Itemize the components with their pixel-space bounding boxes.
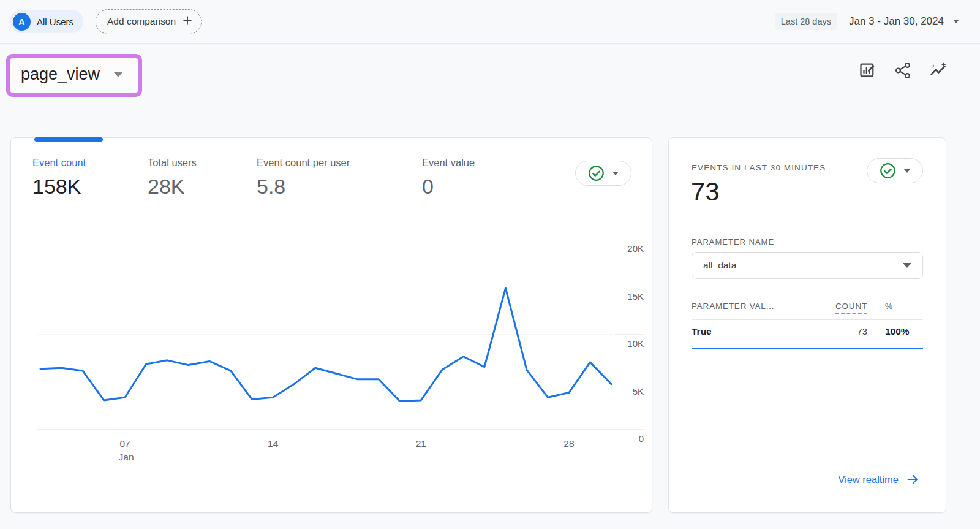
ga4-event-report-page: A All Users Add comparison Last 28 days … [0, 0, 980, 529]
audience-chip[interactable]: A All Users [10, 10, 83, 33]
view-realtime-link[interactable]: View realtime [834, 473, 923, 486]
table-divider [692, 319, 923, 320]
column-header-percent: % [885, 302, 893, 311]
view-realtime-label: View realtime [838, 474, 899, 485]
realtime-title: EVENTS IN LAST 30 MINUTES [692, 163, 826, 172]
add-comparison-button[interactable]: Add comparison [96, 9, 202, 34]
metric-event-value[interactable]: Event value 0 [422, 157, 475, 199]
date-range-label: Jan 3 - Jan 30, 2024 [849, 15, 944, 28]
event-metrics-card: Event count 158K Total users 28K Event c… [10, 137, 652, 513]
event-selector-value: page_view [21, 65, 100, 84]
chevron-down-icon [612, 172, 619, 175]
svg-text:07: 07 [119, 438, 130, 449]
report-toolbar-icons [858, 61, 948, 80]
share-icon[interactable] [893, 61, 913, 80]
svg-text:0: 0 [639, 433, 644, 444]
event-selector-dropdown[interactable]: page_view [10, 58, 138, 93]
insights-icon[interactable] [929, 61, 948, 80]
audience-chip-label: All Users [37, 17, 74, 27]
event-selector-highlight: page_view [6, 54, 142, 97]
chevron-down-icon [904, 169, 910, 173]
data-quality-button[interactable] [575, 161, 631, 186]
realtime-card: EVENTS IN LAST 30 MINUTES 73 PARAMETER N… [668, 137, 946, 513]
arrow-right-icon [906, 473, 919, 485]
metric-label: Event value [422, 157, 475, 169]
svg-text:10K: 10K [627, 338, 644, 349]
metric-value: 0 [422, 175, 475, 199]
date-preset-badge: Last 28 days [775, 13, 837, 30]
parameter-value-cell: True [692, 326, 712, 337]
svg-text:Jan: Jan [119, 452, 134, 462]
realtime-data-quality-button[interactable] [867, 158, 923, 183]
check-circle-icon [588, 165, 605, 181]
metric-value: 158K [32, 175, 86, 199]
metric-value: 5.8 [257, 175, 350, 199]
parameter-name-label: PARAMETER NAME [692, 237, 774, 246]
check-circle-icon [880, 162, 896, 179]
row-percent-bar [692, 348, 923, 349]
svg-text:15K: 15K [627, 291, 644, 302]
selected-tab-indicator [34, 137, 103, 142]
metric-label: Total users [148, 157, 197, 169]
count-cell: 73 [857, 326, 867, 337]
column-header-count-sort[interactable]: COUNT [835, 302, 867, 311]
customize-report-icon[interactable] [858, 61, 877, 80]
parameter-name-select[interactable]: all_data [692, 252, 923, 279]
percent-cell: 100% [885, 326, 910, 337]
parameter-name-select-value: all_data [703, 260, 736, 271]
chevron-down-icon [953, 20, 959, 23]
chevron-down-icon [903, 263, 911, 268]
metric-value: 28K [148, 175, 197, 199]
svg-text:21: 21 [416, 438, 426, 449]
realtime-event-count: 73 [691, 177, 720, 207]
plus-icon [182, 15, 193, 28]
metric-label: Event count per user [257, 157, 350, 169]
chevron-down-icon [114, 72, 123, 77]
svg-text:14: 14 [268, 438, 279, 449]
column-header-parameter-value: PARAMETER VAL... [692, 302, 774, 311]
metric-event-count-per-user[interactable]: Event count per user 5.8 [257, 157, 350, 199]
svg-text:20K: 20K [627, 243, 644, 254]
date-range-picker[interactable]: Jan 3 - Jan 30, 2024 [845, 15, 963, 28]
metric-label: Event count [32, 157, 86, 169]
svg-text:5K: 5K [633, 386, 644, 397]
svg-text:28: 28 [564, 438, 574, 449]
add-comparison-label: Add comparison [107, 16, 176, 27]
metric-event-count[interactable]: Event count 158K [32, 157, 86, 199]
metric-total-users[interactable]: Total users 28K [148, 157, 197, 199]
audience-avatar: A [13, 13, 31, 31]
event-count-line-chart: 20K15K10K5K007Jan142128 [37, 240, 645, 466]
top-bar: A All Users Add comparison Last 28 days … [0, 0, 980, 44]
